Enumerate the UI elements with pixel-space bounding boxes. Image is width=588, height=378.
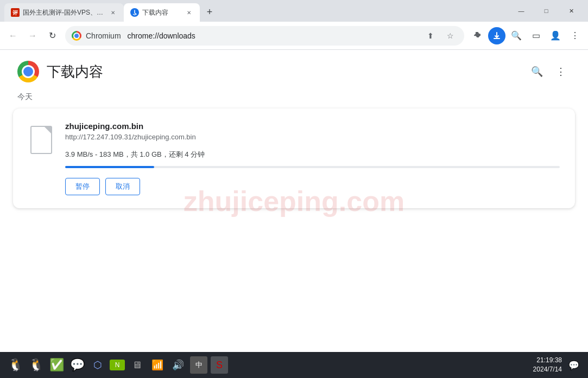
download-actions: 暂停 取消 <box>65 178 560 195</box>
antivirus-icon[interactable]: ✅ <box>48 356 65 374</box>
downloads-title-wrap: 下载内容 <box>17 61 103 82</box>
minimize-button[interactable]: — <box>509 2 534 20</box>
qq2-icon[interactable]: 🐧 <box>27 356 45 374</box>
download-filename: zhujiceping.com.bin <box>65 121 560 131</box>
download-indicator <box>488 27 505 44</box>
bookmark-button[interactable]: ☆ <box>442 28 458 43</box>
chromium-logo-icon <box>72 31 81 41</box>
cancel-button[interactable]: 取消 <box>105 178 140 195</box>
downloads-header-actions: 🔍 ⋮ <box>527 62 571 81</box>
progress-bar-fill <box>65 166 154 168</box>
download-item: zhujiceping.com.bin http://172.247.109.3… <box>13 108 575 208</box>
tab-active[interactable]: 下载内容 ✕ <box>124 3 200 22</box>
taskbar-right: 21:19:38 2024/7/14 💬 <box>533 356 581 374</box>
downloads-page: zhujiceping.com 下载内容 🔍 ⋮ 今天 zhujiceping.… <box>0 50 588 352</box>
menu-button[interactable]: ⋮ <box>566 27 584 44</box>
refresh-button[interactable]: ↻ <box>43 27 61 44</box>
back-button[interactable]: ← <box>4 27 22 44</box>
download-status-button[interactable] <box>488 27 505 44</box>
svg-text:评: 评 <box>12 10 18 16</box>
page-title: 下载内容 <box>47 62 103 81</box>
qq1-icon[interactable]: 🐧 <box>7 356 24 374</box>
profile-button[interactable]: 👤 <box>547 27 564 44</box>
window-controls: — □ ✕ <box>504 2 588 20</box>
ime-icon[interactable]: 中 <box>190 356 207 374</box>
sidebar-button[interactable]: ▭ <box>527 27 545 44</box>
wifi-icon[interactable]: 📶 <box>149 356 166 374</box>
extensions-button[interactable] <box>469 27 486 44</box>
address-bar: ← → ↻ Chromium chrome://downloads ⬆ ☆ 🔍 … <box>0 22 588 50</box>
nvidia-icon[interactable]: N <box>110 360 125 370</box>
tab-inactive[interactable]: 评 国外主机测评-国外VPS、国外... ✕ <box>4 3 124 22</box>
address-input-wrap[interactable]: Chromium chrome://downloads ⬆ ☆ <box>65 26 464 46</box>
taskbar: 🐧 🐧 ✅ 💬 ⬡ N 🖥 📶 🔊 中 S 21:19:38 2024/7/14… <box>0 352 588 378</box>
tab-group: 评 国外主机测评-国外VPS、国外... ✕ 下载内容 ✕ + <box>0 0 504 22</box>
bluetooth-icon[interactable]: ⬡ <box>89 356 106 374</box>
forward-button[interactable]: → <box>24 27 41 44</box>
maximize-button[interactable]: □ <box>534 2 559 20</box>
taskbar-icons: 🐧 🐧 ✅ 💬 ⬡ N 🖥 📶 🔊 中 S <box>7 356 530 374</box>
sound-icon[interactable]: 🔊 <box>169 356 187 374</box>
file-icon <box>30 126 52 154</box>
browser-content: zhujiceping.com 下载内容 🔍 ⋮ 今天 zhujiceping.… <box>0 50 588 352</box>
search-downloads-button[interactable]: 🔍 <box>527 62 547 81</box>
title-bar: 评 国外主机测评-国外VPS、国外... ✕ 下载内容 ✕ + — □ ✕ <box>0 0 588 22</box>
tab2-close-button[interactable]: ✕ <box>185 8 193 17</box>
wechat-icon[interactable]: 💬 <box>68 356 86 374</box>
downloads-header: 下载内容 🔍 ⋮ <box>0 50 588 88</box>
more-options-button[interactable]: ⋮ <box>551 62 571 81</box>
browser-name-label: Chromium <box>86 31 121 40</box>
download-list: zhujiceping.com.bin http://172.247.109.3… <box>0 108 588 208</box>
wps-icon[interactable]: S <box>211 356 228 374</box>
file-icon-wrap <box>28 124 54 156</box>
notification-button[interactable]: 💬 <box>566 357 581 373</box>
url-text: chrome://downloads <box>128 31 419 40</box>
taskbar-datetime: 21:19:38 2024/7/14 <box>533 356 562 374</box>
download-url[interactable]: http://172.247.109.31/zhujiceping.com.bi… <box>65 133 560 141</box>
section-today-label: 今天 <box>0 88 588 108</box>
tab1-close-button[interactable]: ✕ <box>109 8 117 17</box>
downloads-logo-icon <box>17 61 39 82</box>
search-button[interactable]: 🔍 <box>508 27 525 44</box>
tab2-title: 下载内容 <box>142 8 181 17</box>
tab2-favicon <box>130 8 139 17</box>
download-info: zhujiceping.com.bin http://172.247.109.3… <box>65 121 560 195</box>
new-tab-button[interactable]: + <box>202 4 217 20</box>
share-button[interactable]: ⬆ <box>423 28 438 43</box>
download-status: 3.9 MB/s - 183 MB，共 1.0 GB，还剩 4 分钟 <box>65 150 560 159</box>
taskbar-time-label: 21:19:38 <box>533 356 562 365</box>
close-button[interactable]: ✕ <box>559 2 584 20</box>
display-icon[interactable]: 🖥 <box>128 356 146 374</box>
tab1-title: 国外主机测评-国外VPS、国外... <box>23 8 105 17</box>
taskbar-date-label: 2024/7/14 <box>533 365 562 374</box>
progress-bar-track <box>65 166 560 168</box>
pause-button[interactable]: 暂停 <box>65 178 100 195</box>
tab1-favicon: 评 <box>11 8 20 17</box>
